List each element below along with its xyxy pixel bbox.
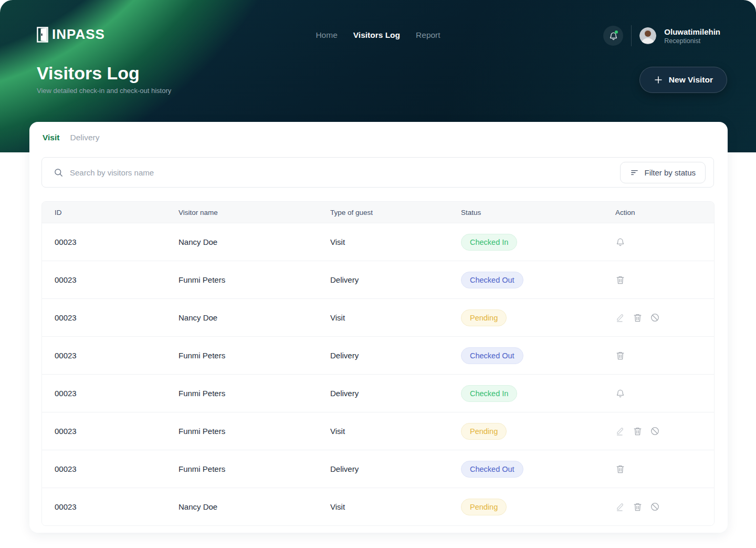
table-body: 00023 Nancy Doe Visit Checked In 00023 F… xyxy=(42,223,714,525)
table-header: ID Visitor name Type of guest Status Act… xyxy=(42,202,714,223)
nav-item-visitors-log[interactable]: Visitors Log xyxy=(353,30,400,40)
cell-status: Checked Out xyxy=(461,272,615,288)
cell-visitor-name: Funmi Peters xyxy=(178,389,330,398)
cell-status: Checked Out xyxy=(461,461,615,478)
page-subtitle: View detailed check-in and check-out his… xyxy=(37,87,171,95)
column-header-visitor-name: Visitor name xyxy=(178,209,330,216)
new-visitor-label: New Visitor xyxy=(669,75,713,85)
column-header-id: ID xyxy=(42,209,178,216)
header-divider xyxy=(631,25,632,46)
filter-icon xyxy=(630,168,639,177)
cell-id: 00023 xyxy=(42,351,178,360)
table-row: 00023 Funmi Peters Visit Pending xyxy=(42,412,714,450)
column-header-type-of-guest: Type of guest xyxy=(330,209,461,216)
search-icon xyxy=(54,168,64,178)
status-badge: Checked In xyxy=(461,234,517,251)
trash-icon[interactable] xyxy=(615,350,625,360)
status-badge: Checked In xyxy=(461,385,517,402)
cell-visitor-name: Nancy Doe xyxy=(178,502,330,511)
ban-icon[interactable] xyxy=(650,502,660,512)
edit-icon[interactable] xyxy=(615,313,625,323)
tab-visit[interactable]: Visit xyxy=(43,133,59,142)
cell-id: 00023 xyxy=(42,313,178,322)
cell-type-of-guest: Delivery xyxy=(330,464,461,473)
filter-label: Filter by status xyxy=(644,168,696,177)
cell-visitor-name: Nancy Doe xyxy=(178,313,330,322)
user-name: Oluwatimilehin xyxy=(664,27,720,36)
visitors-table: ID Visitor name Type of guest Status Act… xyxy=(41,201,715,526)
table-row: 00023 Funmi Peters Delivery Checked In xyxy=(42,374,714,412)
cell-status: Checked In xyxy=(461,234,615,251)
table-row: 00023 Nancy Doe Visit Checked In xyxy=(42,223,714,261)
row-actions xyxy=(615,502,714,512)
status-badge: Pending xyxy=(461,309,507,326)
notifications-button[interactable] xyxy=(603,26,623,46)
cell-type-of-guest: Delivery xyxy=(330,275,461,284)
row-actions xyxy=(615,275,714,285)
column-header-action: Action xyxy=(615,209,714,216)
visitors-card: Visit Delivery Filter by status xyxy=(29,122,728,533)
cell-visitor-name: Funmi Peters xyxy=(178,464,330,473)
search-input[interactable] xyxy=(70,168,620,177)
tab-delivery[interactable]: Delivery xyxy=(70,133,99,142)
cell-id: 00023 xyxy=(42,237,178,246)
avatar[interactable] xyxy=(639,27,656,44)
table-row: 00023 Nancy Doe Visit Pending xyxy=(42,298,714,336)
row-actions xyxy=(615,313,714,323)
table-row: 00023 Funmi Peters Delivery Checked Out xyxy=(42,261,714,298)
status-badge: Checked Out xyxy=(461,272,523,288)
table-row: 00023 Funmi Peters Delivery Checked Out xyxy=(42,450,714,488)
cell-id: 00023 xyxy=(42,275,178,284)
status-badge: Pending xyxy=(461,499,507,515)
page-title: Visitors Log xyxy=(37,63,140,84)
edit-icon[interactable] xyxy=(615,426,625,436)
status-badge: Checked Out xyxy=(461,347,523,364)
bell-icon[interactable] xyxy=(615,388,625,398)
cell-status: Pending xyxy=(461,309,615,326)
search-bar: Filter by status xyxy=(41,157,714,188)
row-actions xyxy=(615,237,714,247)
cell-type-of-guest: Visit xyxy=(330,427,461,436)
cell-type-of-guest: Visit xyxy=(330,502,461,511)
column-header-status: Status xyxy=(461,209,615,216)
cell-type-of-guest: Delivery xyxy=(330,389,461,398)
status-badge: Pending xyxy=(461,423,507,440)
trash-icon[interactable] xyxy=(615,275,625,285)
user-role: Receptionist xyxy=(664,37,720,45)
nav-item-home[interactable]: Home xyxy=(316,30,337,40)
row-actions xyxy=(615,426,714,436)
trash-icon[interactable] xyxy=(633,426,643,436)
edit-icon[interactable] xyxy=(615,502,625,512)
cell-visitor-name: Funmi Peters xyxy=(178,351,330,360)
row-actions xyxy=(615,464,714,474)
nav-item-report[interactable]: Report xyxy=(416,30,440,40)
status-badge: Checked Out xyxy=(461,461,523,478)
cell-status: Pending xyxy=(461,499,615,515)
app-window: INPASS Home Visitors Log Report xyxy=(0,0,756,548)
table-row: 00023 Funmi Peters Delivery Checked Out xyxy=(42,336,714,374)
cell-type-of-guest: Visit xyxy=(330,237,461,246)
cell-status: Pending xyxy=(461,423,615,440)
cell-type-of-guest: Visit xyxy=(330,313,461,322)
user-block: Oluwatimilehin Receptionist xyxy=(664,27,720,45)
table-row: 00023 Nancy Doe Visit Pending xyxy=(42,488,714,525)
plus-icon xyxy=(654,75,663,85)
ban-icon[interactable] xyxy=(650,426,660,436)
cell-id: 00023 xyxy=(42,389,178,398)
new-visitor-button[interactable]: New Visitor xyxy=(639,67,727,93)
cell-visitor-name: Funmi Peters xyxy=(178,275,330,284)
cell-status: Checked Out xyxy=(461,347,615,364)
cell-id: 00023 xyxy=(42,464,178,473)
trash-icon[interactable] xyxy=(633,502,643,512)
cell-visitor-name: Nancy Doe xyxy=(178,237,330,246)
bell-icon[interactable] xyxy=(615,237,625,247)
trash-icon[interactable] xyxy=(615,464,625,474)
filter-by-status-button[interactable]: Filter by status xyxy=(620,162,706,183)
cell-type-of-guest: Delivery xyxy=(330,351,461,360)
tabs: Visit Delivery xyxy=(43,133,99,142)
cell-status: Checked In xyxy=(461,385,615,402)
trash-icon[interactable] xyxy=(633,313,643,323)
ban-icon[interactable] xyxy=(650,313,660,323)
cell-id: 00023 xyxy=(42,502,178,511)
cell-id: 00023 xyxy=(42,427,178,436)
